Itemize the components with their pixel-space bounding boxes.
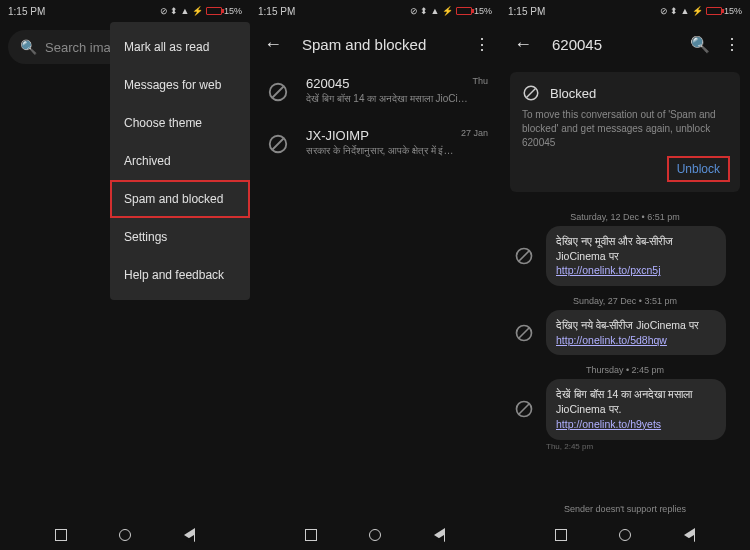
blocked-icon <box>262 76 294 108</box>
nav-recents[interactable] <box>304 528 318 542</box>
conversation-title: 620045 <box>306 76 468 91</box>
svg-line-3 <box>273 139 284 150</box>
back-icon[interactable]: ← <box>510 30 536 59</box>
screen-spam-list: 1:15 PM ⊘ ⬍ ▲ ⚡ 15% ← Spam and blocked ⋮… <box>250 0 500 550</box>
nav-back[interactable] <box>432 528 446 542</box>
message-link[interactable]: http://onelink.to/5d8hqw <box>556 334 667 346</box>
date-separator: Sunday, 27 Dec • 3:51 pm <box>510 296 740 306</box>
conversation-list: 620045 देखें बिग बॉस 14 का अनदेखा मसाला … <box>250 66 500 520</box>
status-time: 1:15 PM <box>508 6 545 17</box>
svg-line-7 <box>519 251 529 261</box>
status-indicators: ⊘ ⬍ ▲ ⚡ 15% <box>410 6 492 16</box>
nav-recents[interactable] <box>54 528 68 542</box>
header: ← Spam and blocked ⋮ <box>250 22 500 66</box>
screen-conversation: 1:15 PM ⊘ ⬍ ▲ ⚡ 15% ← 620045 🔍 ⋮ Blocked… <box>500 0 750 550</box>
blocked-icon <box>510 395 538 423</box>
menu-mark-read[interactable]: Mark all as read <box>110 28 250 66</box>
conversation-snippet: सरकार के निर्देशानुसार, आपके क्षेत्र में… <box>306 145 457 157</box>
svg-line-11 <box>519 404 529 414</box>
menu-choose-theme[interactable]: Choose theme <box>110 104 250 142</box>
message-link[interactable]: http://onelink.to/h9yets <box>556 418 661 430</box>
menu-messages-web[interactable]: Messages for web <box>110 66 250 104</box>
blocked-icon <box>510 242 538 270</box>
conversation-snippet: देखें बिग बॉस 14 का अनदेखा मसाला JioCine… <box>306 93 468 105</box>
nav-home[interactable] <box>618 528 632 542</box>
page-title: Spam and blocked <box>302 36 474 53</box>
blocked-icon <box>262 128 294 160</box>
message-row[interactable]: देखिए नए मूवीस और वेब-सीरीज JioCinema पर… <box>510 226 740 286</box>
message-list: Saturday, 12 Dec • 6:51 pmदेखिए नए मूवीस… <box>500 198 750 498</box>
header: ← 620045 🔍 ⋮ <box>500 22 750 66</box>
message-link[interactable]: http://onelink.to/pxcn5j <box>556 264 660 276</box>
conversation-time: Thu <box>472 76 488 86</box>
message-bubble: देखें बिग बॉस 14 का अनदेखा मसाला JioCine… <box>546 379 726 439</box>
overflow-menu: Mark all as read Messages for web Choose… <box>110 22 250 300</box>
nav-home[interactable] <box>368 528 382 542</box>
menu-help[interactable]: Help and feedback <box>110 256 250 294</box>
nav-home[interactable] <box>118 528 132 542</box>
nav-back[interactable] <box>182 528 196 542</box>
menu-spam-blocked[interactable]: Spam and blocked <box>110 180 250 218</box>
message-row[interactable]: देखें बिग बॉस 14 का अनदेखा मसाला JioCine… <box>510 379 740 439</box>
blocked-banner: Blocked To move this conversation out of… <box>510 72 740 192</box>
back-icon[interactable]: ← <box>260 30 286 59</box>
svg-line-5 <box>527 89 536 98</box>
screen-messages-menu: 1:15 PM ⊘ ⬍ ▲ ⚡ 15% 🔍 Search images Mark… <box>0 0 250 550</box>
status-bar: 1:15 PM ⊘ ⬍ ▲ ⚡ 15% <box>0 0 250 22</box>
nav-back[interactable] <box>682 528 696 542</box>
svg-line-9 <box>519 328 529 338</box>
nav-bar <box>0 520 250 550</box>
message-bubble: देखिए नए मूवीस और वेब-सीरीज JioCinema पर… <box>546 226 726 286</box>
banner-description: To move this conversation out of 'Spam a… <box>522 108 728 150</box>
more-icon[interactable]: ⋮ <box>724 35 740 54</box>
nav-bar <box>250 520 500 550</box>
conversation-item[interactable]: JX-JIOIMP सरकार के निर्देशानुसार, आपके क… <box>250 118 500 170</box>
blocked-icon <box>522 84 540 102</box>
message-bubble: देखिए नये वेब-सीरीज JioCinema पर http://… <box>546 310 726 355</box>
search-icon: 🔍 <box>20 39 37 55</box>
status-time: 1:15 PM <box>258 6 295 17</box>
message-timestamp: Thu, 2:45 pm <box>546 442 740 451</box>
menu-settings[interactable]: Settings <box>110 218 250 256</box>
page-title: 620045 <box>552 36 690 53</box>
date-separator: Thursday • 2:45 pm <box>510 365 740 375</box>
reply-notice: Sender doesn't support replies <box>500 498 750 520</box>
blocked-icon <box>510 319 538 347</box>
search-icon[interactable]: 🔍 <box>690 35 710 54</box>
menu-archived[interactable]: Archived <box>110 142 250 180</box>
nav-bar <box>500 520 750 550</box>
status-time: 1:15 PM <box>8 6 45 17</box>
conversation-title: JX-JIOIMP <box>306 128 457 143</box>
nav-recents[interactable] <box>554 528 568 542</box>
unblock-button[interactable]: Unblock <box>669 158 728 180</box>
more-icon[interactable]: ⋮ <box>474 35 490 54</box>
svg-line-1 <box>273 87 284 98</box>
status-bar: 1:15 PM ⊘ ⬍ ▲ ⚡ 15% <box>500 0 750 22</box>
conversation-time: 27 Jan <box>461 128 488 138</box>
status-bar: 1:15 PM ⊘ ⬍ ▲ ⚡ 15% <box>250 0 500 22</box>
message-row[interactable]: देखिए नये वेब-सीरीज JioCinema पर http://… <box>510 310 740 355</box>
status-indicators: ⊘ ⬍ ▲ ⚡ 15% <box>660 6 742 16</box>
banner-title: Blocked <box>550 86 596 101</box>
date-separator: Saturday, 12 Dec • 6:51 pm <box>510 212 740 222</box>
conversation-item[interactable]: 620045 देखें बिग बॉस 14 का अनदेखा मसाला … <box>250 66 500 118</box>
status-indicators: ⊘ ⬍ ▲ ⚡ 15% <box>160 6 242 16</box>
